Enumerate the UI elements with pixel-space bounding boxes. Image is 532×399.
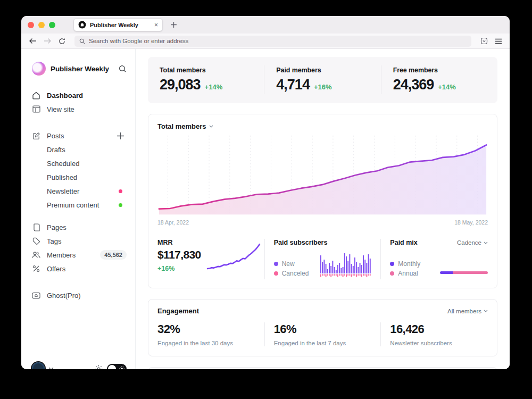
zoom-window-button[interactable]: [49, 22, 55, 28]
audience-dropdown[interactable]: All members: [447, 308, 488, 314]
members-count-badge: 45,562: [100, 250, 127, 260]
user-avatar[interactable]: [32, 362, 45, 369]
sidebar-search-icon[interactable]: [119, 65, 127, 73]
stat-paid-members: Paid members 4,714 +16%: [264, 65, 380, 94]
stat-label: Free members: [393, 66, 486, 74]
member-stats-card: Total members 29,083 +14% Paid members 4…: [148, 57, 497, 103]
legend-dot: [274, 262, 278, 266]
next-card-partial: [148, 367, 497, 369]
sidebar-item-label: Posts: [47, 132, 64, 140]
sidebar-item-dashboard[interactable]: Dashboard: [32, 88, 127, 102]
sun-icon: [119, 366, 124, 369]
engagement-value: 16,426: [390, 322, 488, 336]
paid-subscribers-bar-chart: [320, 250, 371, 279]
site-name[interactable]: Publisher Weekly: [51, 65, 114, 73]
paid-mix-stacked-bar: [440, 271, 488, 274]
sidebar-item-label: Drafts: [47, 146, 65, 154]
stat-value: 24,369: [393, 77, 434, 93]
forward-icon[interactable]: [44, 38, 52, 44]
new-tab-icon[interactable]: [170, 21, 177, 28]
members-area-chart: [148, 132, 497, 218]
chevron-down-icon: [209, 125, 213, 128]
mix-annual-segment: [453, 271, 488, 274]
search-placeholder: Search with Google or enter address: [89, 38, 188, 44]
stat-value: 29,083: [160, 77, 201, 93]
browser-toolbar: Search with Google or enter address: [21, 34, 510, 49]
stat-free-members: Free members 24,369 +14%: [381, 65, 497, 94]
browser-window: Publisher Weekly × Search with Google or…: [21, 16, 510, 369]
shield-icon[interactable]: [480, 37, 488, 45]
engagement-title: Engagement: [157, 307, 199, 315]
reload-icon[interactable]: [59, 38, 65, 45]
url-search-bar[interactable]: Search with Google or enter address: [74, 36, 471, 47]
percent-icon: [32, 265, 40, 272]
back-icon[interactable]: [29, 38, 37, 44]
sidebar-item-pages[interactable]: Pages: [32, 220, 127, 234]
engagement-card: Engagement All members 32% Engaged in th…: [148, 299, 497, 356]
sidebar-item-premium-content[interactable]: Premium content: [32, 198, 127, 212]
legend-canceled: Canceled: [274, 269, 309, 278]
sidebar-item-tags[interactable]: Tags: [32, 234, 127, 248]
search-icon: [79, 38, 85, 44]
stat-delta: +16%: [314, 83, 332, 91]
add-post-icon[interactable]: [117, 132, 124, 140]
stat-value: 4,714: [276, 77, 310, 93]
browser-tab[interactable]: Publisher Weekly ×: [73, 18, 163, 31]
chart-start-date: 18 Apr, 2022: [157, 219, 189, 226]
traffic-lights: [28, 22, 55, 28]
tab-title: Publisher Weekly: [90, 22, 151, 28]
mrr-section: MRR $117,830 +16%: [148, 239, 264, 279]
chart-metric-dropdown[interactable]: Total members: [148, 114, 497, 132]
chevron-down-icon: [484, 310, 488, 312]
cadence-dropdown[interactable]: Cadence: [457, 239, 488, 246]
engagement-30-days: 32% Engaged in the last 30 days: [148, 322, 264, 346]
sidebar-item-offers[interactable]: Offers: [32, 262, 127, 276]
paid-subscribers-section: Paid subscribers New Canceled: [264, 239, 381, 279]
sidebar-item-view-site[interactable]: View site: [32, 102, 127, 116]
mrr-sparkline-chart: [205, 239, 262, 273]
mrr-label: MRR: [157, 239, 201, 246]
sidebar-item-label: Pages: [47, 223, 66, 231]
paid-mix-section: Paid mix Cadence Monthly: [380, 239, 497, 279]
tab-close-icon[interactable]: ×: [154, 22, 158, 28]
menu-icon[interactable]: [495, 38, 502, 44]
close-window-button[interactable]: [28, 22, 34, 28]
sidebar-item-label: Published: [47, 173, 77, 181]
sidebar-item-posts[interactable]: Posts: [32, 129, 127, 143]
toggle-knob: [108, 365, 116, 370]
chart-title: Total members: [157, 122, 206, 130]
sidebar-item-label: Premium content: [47, 201, 99, 209]
chart-end-date: 18 May, 2022: [454, 219, 488, 226]
sidebar-item-scheduled[interactable]: Scheduled: [32, 156, 127, 170]
legend-dot: [390, 271, 394, 276]
mrr-value: $117,830: [157, 248, 201, 261]
sidebar-item-drafts[interactable]: Drafts: [32, 143, 127, 156]
minimize-window-button[interactable]: [38, 22, 45, 28]
tag-icon: [32, 237, 40, 245]
newsletter-subscribers: 16,426 Newsletter subscribers: [380, 322, 497, 346]
paid-mix-label: Paid mix: [390, 239, 417, 246]
sidebar-item-ghost-pro[interactable]: Ghost(Pro): [32, 288, 127, 302]
stat-label: Total members: [160, 66, 252, 74]
stat-delta: +14%: [438, 83, 456, 91]
sidebar-item-members[interactable]: Members 45,562: [32, 248, 127, 262]
sidebar-item-published[interactable]: Published: [32, 170, 127, 184]
engagement-value: 32%: [157, 322, 255, 336]
user-menu-chevron-icon[interactable]: [48, 367, 54, 369]
pages-icon: [32, 223, 40, 231]
sidebar: Publisher Weekly Dashboard View site: [21, 49, 136, 369]
mrr-delta: +16%: [157, 265, 201, 272]
members-icon: [32, 251, 40, 259]
browser-tab-bar: Publisher Weekly ×: [21, 16, 510, 34]
sidebar-item-newsletter[interactable]: Newsletter: [32, 184, 127, 198]
engagement-caption: Newsletter subscribers: [390, 340, 488, 346]
sidebar-item-label: View site: [47, 105, 74, 113]
settings-gear-icon[interactable]: [94, 364, 103, 370]
dark-mode-toggle[interactable]: [107, 364, 127, 370]
paid-subscribers-label: Paid subscribers: [274, 239, 372, 246]
site-avatar[interactable]: [32, 62, 46, 76]
sidebar-item-label: Offers: [47, 265, 65, 273]
mix-monthly-segment: [440, 271, 453, 274]
sidebar-item-label: Ghost(Pro): [47, 292, 81, 300]
sidebar-item-label: Scheduled: [47, 160, 79, 168]
